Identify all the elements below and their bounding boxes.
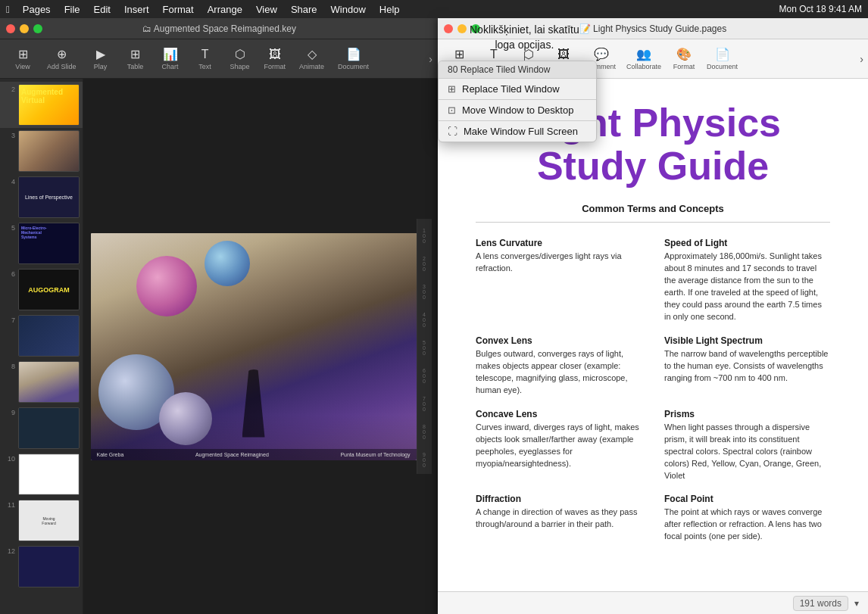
toolbar-chevron[interactable]: ›: [429, 53, 432, 65]
toolbar-addslide[interactable]: ⊕ Add Slide: [41, 44, 83, 73]
pages-toolbar-format[interactable]: 🎨 Format: [667, 44, 701, 73]
context-menu: 80 Replace Tiled Window ⊞ Replace Tiled …: [438, 61, 597, 142]
menu-view[interactable]: View: [251, 4, 283, 15]
close-button[interactable]: [6, 24, 15, 33]
caption-center: Augmented Space Reimagined: [195, 452, 269, 457]
word-count-chevron[interactable]: ▾: [854, 598, 859, 609]
slide-item-11[interactable]: 11 MovingForward: [0, 497, 83, 544]
menu-window[interactable]: Window: [326, 4, 371, 15]
menu-edit[interactable]: Edit: [89, 4, 116, 15]
word-count: 191 words: [793, 596, 848, 611]
format-icon: 🖼: [269, 48, 281, 61]
pages-minimize-button[interactable]: [457, 24, 467, 33]
pages-file-icon: 📝: [579, 23, 591, 34]
pages-view-icon: ⊞: [454, 47, 464, 61]
menu-file[interactable]: File: [59, 4, 86, 15]
toolbar-format[interactable]: 🖼 Format: [258, 45, 292, 73]
slide-caption: Kate Greba Augmented Space Reimagined Pu…: [91, 449, 417, 460]
toolbar-view[interactable]: ⊞ View: [6, 44, 39, 73]
keynote-body: 2 AugmentedVirtual 3 4: [0, 79, 439, 614]
menu-pages[interactable]: Pages: [17, 4, 56, 15]
slide-thumb-6: AUGOGRAM: [18, 269, 80, 310]
menu-share[interactable]: Share: [286, 4, 323, 15]
keynote-main-canvas: Kate Greba Augmented Space Reimagined Pu…: [83, 79, 439, 614]
toolbar-text[interactable]: T Text: [189, 45, 222, 73]
menu-arrange[interactable]: Arrange: [202, 4, 248, 15]
chart-icon: 📊: [163, 47, 178, 61]
pages-media-icon: 🖼: [557, 48, 570, 61]
pages-document-icon: 📄: [715, 47, 730, 61]
caption-right: Punta Museum of Technology: [340, 452, 410, 457]
pages-toolbar-chevron[interactable]: ›: [860, 53, 863, 65]
term-name: Convex Lens: [476, 335, 642, 346]
pages-document-label: Document: [707, 63, 738, 70]
term-name: Visible Light Spectrum: [664, 335, 830, 346]
pages-toolbar-document[interactable]: 📄 Document: [702, 44, 742, 73]
term-def: The narrow band of wavelengths perceptib…: [664, 348, 830, 385]
menu-datetime: Mon Oct 18 9:41 AM: [779, 4, 862, 14]
move-desktop-icon: ⊡: [448, 104, 456, 116]
pages-format-icon: 🎨: [676, 47, 692, 61]
toolbar-animate[interactable]: ◇ Animate: [293, 44, 330, 73]
slide-item-5[interactable]: 5 Micro-Electro-MechanicalSystems: [0, 220, 83, 266]
term-block: Convex LensBulges outward, converges ray…: [476, 335, 642, 397]
fullscreen-icon: ⛶: [448, 126, 457, 137]
doc-divider: [476, 222, 830, 223]
slide-thumb-9: [18, 407, 80, 449]
menu-help[interactable]: Help: [374, 4, 405, 15]
toolbar-table[interactable]: ⊞ Table: [119, 44, 152, 73]
minimize-button[interactable]: [20, 24, 29, 33]
pages-footer: 191 words ▾: [438, 591, 868, 614]
menu-format[interactable]: Format: [158, 4, 199, 15]
maximize-button[interactable]: [33, 24, 42, 33]
toolbar-play[interactable]: ▶ Play: [84, 44, 117, 73]
term-block: Concave LensCurves inward, diverges rays…: [476, 409, 642, 482]
sphere-2: [205, 241, 250, 286]
term-def: Approximately 186,000mi/s. Sunlight take…: [664, 251, 830, 323]
pages-collaborate-icon: 👥: [636, 47, 651, 61]
ctx-fullscreen[interactable]: ⛶ Make Window Full Screen: [439, 121, 596, 142]
caption-left: Kate Greba: [97, 452, 124, 457]
keynote-toolbar: ⊞ View ⊕ Add Slide ▶ Play ⊞ Table 📊 Char…: [0, 39, 439, 79]
slide-item-3[interactable]: 3: [0, 128, 83, 174]
doc-subtitle: Common Terms and Concepts: [476, 203, 830, 214]
ctx-fullscreen-label: Make Window Full Screen: [464, 126, 578, 137]
pages-maximize-button[interactable]: [471, 24, 480, 33]
file-icon: 🗂: [142, 23, 151, 34]
animate-label: Animate: [299, 63, 324, 70]
slide-item-8[interactable]: 8: [0, 359, 83, 405]
pages-close-button[interactable]: [444, 24, 453, 33]
pages-traffic-lights: [444, 24, 480, 33]
main-slide: Kate Greba Augmented Space Reimagined Pu…: [91, 233, 417, 460]
pages-document-body: Light Physics Study Guide Common Terms a…: [438, 79, 868, 591]
pages-toolbar-collaborate[interactable]: 👥 Collaborate: [622, 44, 666, 73]
slide-item-2[interactable]: 2 AugmentedVirtual: [0, 82, 83, 128]
apple-menu[interactable]: : [6, 4, 10, 15]
traffic-lights: [6, 24, 42, 33]
slide-item-6[interactable]: 6 AUGOGRAM: [0, 266, 83, 313]
toolbar-document[interactable]: 📄 Document: [332, 44, 375, 73]
animate-icon: ◇: [308, 47, 317, 61]
menu-insert[interactable]: Insert: [119, 4, 155, 15]
term-def: Curves inward, diverges rays of light, m…: [476, 422, 642, 470]
term-block: Lens CurvatureA lens converges/diverges …: [476, 238, 642, 323]
format-label: Format: [264, 63, 286, 70]
term-def: The point at which rays or waves converg…: [664, 506, 830, 543]
context-menu-header: 80 Replace Tiled Window: [439, 61, 596, 79]
keynote-chrome: 🗂 Augmented Space Reimagined.key: [0, 18, 439, 39]
pages-format-label: Format: [673, 63, 695, 70]
menu-bar-right: Mon Oct 18 9:41 AM: [779, 4, 862, 14]
term-name: Speed of Light: [664, 238, 830, 248]
toolbar-chart[interactable]: 📊 Chart: [154, 44, 187, 73]
slide-item-10[interactable]: 10: [0, 451, 83, 497]
slide-item-7[interactable]: 7: [0, 313, 83, 359]
slide-ruler: 100 200 300 400 500 600 700 800 900: [417, 219, 432, 474]
ctx-replace-tiled[interactable]: ⊞ Replace Tiled Window: [439, 79, 596, 99]
toolbar-shape[interactable]: ⬡ Shape: [223, 44, 257, 73]
slide-item-9[interactable]: 9: [0, 405, 83, 451]
slide-item-12[interactable]: 12: [0, 544, 83, 590]
slide-item-4[interactable]: 4 Lines of Perspective: [0, 174, 83, 220]
term-name: Diffraction: [476, 494, 642, 504]
menu-bar:  Pages File Edit Insert Format Arrange …: [0, 0, 868, 18]
ctx-move-desktop[interactable]: ⊡ Move Window to Desktop: [439, 100, 596, 120]
